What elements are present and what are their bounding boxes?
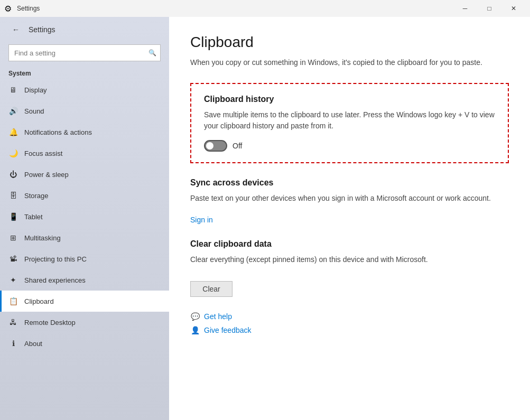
minimize-button[interactable]: ─ [453,0,477,17]
help-section: 💬 Get help 👤 Give feedback [190,312,509,335]
clipboard-history-desc: Save multiple items to the clipboard to … [204,109,495,132]
sidebar-item-storage[interactable]: 🗄 Storage [0,185,169,206]
nav-icon-about: ℹ [8,339,18,348]
maximize-button[interactable]: □ [477,0,501,17]
search-box: 🔍 [8,44,161,61]
nav-icon-sound: 🔊 [8,106,18,116]
nav-icon-tablet: 📱 [8,212,18,221]
nav-icon-focus: 🌙 [8,148,18,158]
sidebar-app-title: Settings [29,25,55,34]
sidebar-header: ← Settings [0,17,169,42]
sidebar-item-shared[interactable]: ✦ Shared experiences [0,269,169,291]
sync-devices-section: Sync across devices Paste text on your o… [190,178,509,225]
sidebar: ← Settings 🔍 System 🖥 Display 🔊 Sound 🔔 … [0,17,169,420]
clear-data-title: Clear clipboard data [190,239,509,249]
clipboard-history-toggle-label: Off [233,142,242,150]
nav-label-power: Power & sleep [24,171,69,179]
nav-icon-power: ⏻ [8,170,18,179]
nav-icon-remote: 🖧 [8,318,18,327]
nav-list: 🖥 Display 🔊 Sound 🔔 Notifications & acti… [0,79,169,354]
settings-icon: ⚙ [4,4,12,14]
nav-icon-clipboard: 📋 [8,296,18,306]
sidebar-item-remote[interactable]: 🖧 Remote Desktop [0,312,169,333]
sidebar-item-focus[interactable]: 🌙 Focus assist [0,143,169,164]
nav-label-display: Display [24,86,47,94]
sidebar-item-multitasking[interactable]: ⊞ Multitasking [0,227,169,248]
search-input[interactable] [8,44,161,61]
clear-data-desc: Clear everything (except pinned items) o… [190,254,509,265]
back-button[interactable]: ← [8,22,23,37]
give-feedback-link[interactable]: 👤 Give feedback [190,325,509,335]
sidebar-item-display[interactable]: 🖥 Display [0,79,169,100]
nav-label-shared: Shared experiences [24,276,86,284]
nav-label-about: About [24,340,42,348]
main-content: Clipboard When you copy or cut something… [169,17,530,420]
clipboard-history-title: Clipboard history [204,95,495,104]
nav-icon-shared: ✦ [8,275,18,285]
sidebar-item-clipboard[interactable]: 📋 Clipboard [0,291,169,312]
clipboard-history-toggle-row: Off [204,140,495,152]
nav-icon-multitasking: ⊞ [8,233,18,242]
title-bar-left: ⚙ Settings [4,4,453,14]
nav-label-remote: Remote Desktop [24,319,76,326]
sidebar-item-power[interactable]: ⏻ Power & sleep [0,164,169,185]
sync-devices-title: Sync across devices [190,178,509,188]
app-body: ← Settings 🔍 System 🖥 Display 🔊 Sound 🔔 … [0,17,530,420]
clipboard-history-toggle[interactable] [204,140,227,152]
search-icon: 🔍 [148,49,156,57]
nav-label-storage: Storage [24,192,49,200]
give-feedback-label: Give feedback [204,326,252,334]
nav-icon-storage: 🗄 [8,191,18,200]
nav-label-focus: Focus assist [24,150,62,157]
nav-label-sound: Sound [24,107,44,115]
sidebar-item-projecting[interactable]: 📽 Projecting to this PC [0,248,169,269]
sidebar-section-label: System [0,66,169,79]
page-subtitle: When you copy or cut something in Window… [190,57,509,68]
title-bar: ⚙ Settings ─ □ ✕ [0,0,530,17]
sidebar-item-about[interactable]: ℹ About [0,333,169,354]
nav-label-projecting: Projecting to this PC [24,255,87,263]
nav-icon-projecting: 📽 [8,254,18,264]
close-button[interactable]: ✕ [501,0,526,17]
nav-label-notifications: Notifications & actions [24,128,92,136]
sidebar-item-notifications[interactable]: 🔔 Notifications & actions [0,122,169,143]
title-bar-controls: ─ □ ✕ [453,0,526,17]
get-help-label: Get help [204,312,232,321]
nav-label-multitasking: Multitasking [24,234,61,242]
get-help-icon: 💬 [190,312,200,321]
title-bar-title: Settings [17,5,40,12]
clear-button[interactable]: Clear [190,281,233,297]
nav-icon-notifications: 🔔 [8,127,18,137]
sign-in-link[interactable]: Sign in [190,216,213,224]
clear-data-section: Clear clipboard data Clear everything (e… [190,239,509,297]
clipboard-history-section: Clipboard history Save multiple items to… [190,83,509,163]
give-feedback-icon: 👤 [190,325,200,335]
page-title: Clipboard [190,34,509,51]
sidebar-item-sound[interactable]: 🔊 Sound [0,100,169,122]
nav-label-tablet: Tablet [24,213,43,221]
nav-label-clipboard: Clipboard [24,297,54,305]
sidebar-item-tablet[interactable]: 📱 Tablet [0,206,169,227]
get-help-link[interactable]: 💬 Get help [190,312,509,321]
sync-devices-desc: Paste text on your other devices when yo… [190,193,509,204]
nav-icon-display: 🖥 [8,85,18,95]
